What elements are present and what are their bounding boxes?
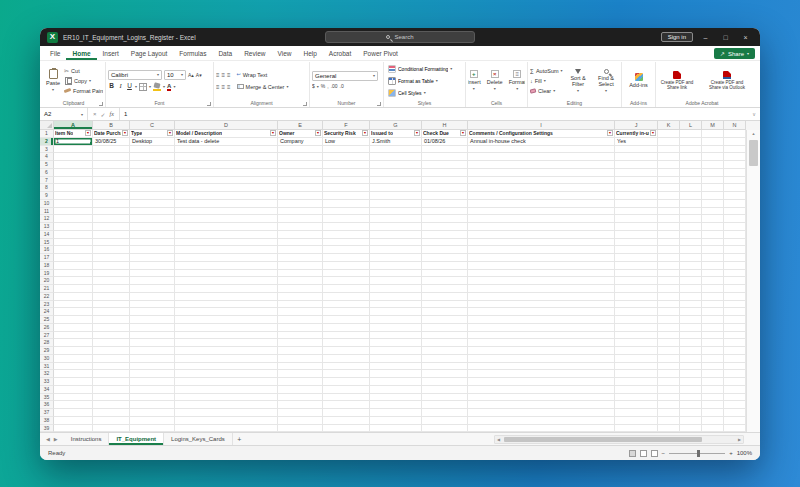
- cell-A26[interactable]: [54, 324, 93, 332]
- cell-N18[interactable]: [724, 262, 746, 270]
- cell-K4[interactable]: [658, 153, 680, 161]
- cell-A33[interactable]: [54, 378, 93, 386]
- column-header-E[interactable]: E: [278, 121, 323, 130]
- decrease-font-size-icon[interactable]: A▾: [196, 72, 202, 78]
- cell-N24[interactable]: [724, 308, 746, 316]
- cell-I36[interactable]: [468, 401, 615, 409]
- cell-J9[interactable]: [615, 192, 658, 200]
- cell-K15[interactable]: [658, 239, 680, 247]
- cell-E21[interactable]: [278, 285, 323, 293]
- cell-F36[interactable]: [323, 401, 370, 409]
- cell-A29[interactable]: [54, 347, 93, 355]
- name-box[interactable]: A2▾: [40, 108, 88, 120]
- cell-E35[interactable]: [278, 394, 323, 402]
- cell-F4[interactable]: [323, 153, 370, 161]
- cell-G26[interactable]: [370, 324, 422, 332]
- percent-format-icon[interactable]: %: [321, 83, 325, 89]
- cell-styles-button[interactable]: Cell Styles▾: [386, 87, 463, 98]
- cell-M26[interactable]: [702, 324, 724, 332]
- addins-button[interactable]: Add-ins: [627, 73, 650, 88]
- title-bar[interactable]: X ER10_IT_Equipment_Logins_Register - Ex…: [40, 28, 760, 46]
- cell-K36[interactable]: [658, 401, 680, 409]
- cell-C25[interactable]: [130, 316, 175, 324]
- column-header-I[interactable]: I: [468, 121, 615, 130]
- cell-F12[interactable]: [323, 215, 370, 223]
- cell-E15[interactable]: [278, 239, 323, 247]
- row-header-1[interactable]: 1: [40, 130, 54, 138]
- cell-N20[interactable]: [724, 277, 746, 285]
- cell-H5[interactable]: [422, 161, 468, 169]
- cell-L6[interactable]: [680, 169, 702, 177]
- copy-button[interactable]: Copy▾: [64, 76, 103, 86]
- cell-A36[interactable]: [54, 401, 93, 409]
- cell-F31[interactable]: [323, 363, 370, 371]
- cell-M7[interactable]: [702, 177, 724, 185]
- cell-C4[interactable]: [130, 153, 175, 161]
- cell-D39[interactable]: [175, 425, 278, 433]
- column-header-N[interactable]: N: [724, 121, 746, 130]
- cell-L24[interactable]: [680, 308, 702, 316]
- cell-N8[interactable]: [724, 184, 746, 192]
- cell-D18[interactable]: [175, 262, 278, 270]
- cell-G16[interactable]: [370, 246, 422, 254]
- fill-color-icon[interactable]: [153, 83, 161, 91]
- cell-F20[interactable]: [323, 277, 370, 285]
- cell-H2[interactable]: 01/08/26: [422, 138, 468, 146]
- cell-B27[interactable]: [93, 332, 130, 340]
- cell-C8[interactable]: [130, 184, 175, 192]
- cell-D34[interactable]: [175, 386, 278, 394]
- cell-B33[interactable]: [93, 378, 130, 386]
- cell-A8[interactable]: [54, 184, 93, 192]
- cell-K31[interactable]: [658, 363, 680, 371]
- merge-center-button[interactable]: Merge & Center▾: [237, 82, 289, 92]
- search-input[interactable]: Search: [325, 31, 475, 43]
- cell-M37[interactable]: [702, 409, 724, 417]
- horizontal-scrollbar[interactable]: ◀ ▶: [494, 435, 744, 444]
- column-header-B[interactable]: B: [93, 121, 130, 130]
- page-break-view-button[interactable]: [651, 450, 658, 457]
- cell-J22[interactable]: [615, 293, 658, 301]
- cell-K19[interactable]: [658, 270, 680, 278]
- cell-N15[interactable]: [724, 239, 746, 247]
- cell-F2[interactable]: Low: [323, 138, 370, 146]
- cell-B35[interactable]: [93, 394, 130, 402]
- cell-N35[interactable]: [724, 394, 746, 402]
- filter-button-J[interactable]: ▼: [650, 130, 656, 136]
- currency-format-icon[interactable]: $: [312, 83, 315, 89]
- cell-C21[interactable]: [130, 285, 175, 293]
- cell-F26[interactable]: [323, 324, 370, 332]
- cell-L5[interactable]: [680, 161, 702, 169]
- cell-A16[interactable]: [54, 246, 93, 254]
- cell-F15[interactable]: [323, 239, 370, 247]
- cell-J10[interactable]: [615, 200, 658, 208]
- sort-filter-button[interactable]: Sort & Filter▾: [565, 69, 592, 93]
- filter-button-D[interactable]: ▼: [270, 130, 276, 136]
- normal-view-button[interactable]: [629, 450, 636, 457]
- cell-I5[interactable]: [468, 161, 615, 169]
- row-header-9[interactable]: 9: [40, 192, 54, 200]
- cell-G29[interactable]: [370, 347, 422, 355]
- cell-N3[interactable]: [724, 146, 746, 154]
- cell-G25[interactable]: [370, 316, 422, 324]
- vscroll-thumb[interactable]: [749, 140, 758, 166]
- cell-J12[interactable]: [615, 215, 658, 223]
- cell-D22[interactable]: [175, 293, 278, 301]
- cell-I3[interactable]: [468, 146, 615, 154]
- cell-C10[interactable]: [130, 200, 175, 208]
- cell-F38[interactable]: [323, 417, 370, 425]
- cell-C28[interactable]: [130, 339, 175, 347]
- cell-D24[interactable]: [175, 308, 278, 316]
- cell-B12[interactable]: [93, 215, 130, 223]
- cell-E3[interactable]: [278, 146, 323, 154]
- cell-A20[interactable]: [54, 277, 93, 285]
- cell-I32[interactable]: [468, 370, 615, 378]
- cell-M16[interactable]: [702, 246, 724, 254]
- cell-H10[interactable]: [422, 200, 468, 208]
- cell-A34[interactable]: [54, 386, 93, 394]
- cell-I4[interactable]: [468, 153, 615, 161]
- cell-H32[interactable]: [422, 370, 468, 378]
- cell-G8[interactable]: [370, 184, 422, 192]
- cell-A13[interactable]: [54, 223, 93, 231]
- cell-K29[interactable]: [658, 347, 680, 355]
- cell-B3[interactable]: [93, 146, 130, 154]
